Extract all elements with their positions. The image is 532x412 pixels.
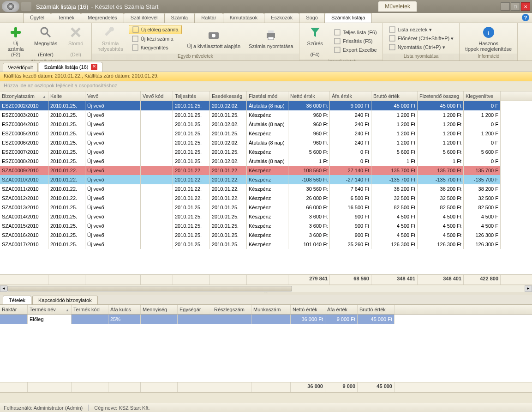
cell-fiz: Készpénz	[247, 230, 288, 240]
col-netto[interactable]: Nettó érték	[288, 91, 330, 101]
ribbon-új[interactable]: Új a kiválasztott alapján	[185, 27, 244, 50]
group-by-hint[interactable]: Húzza ide az oszlopok fejléceit a csopor…	[0, 81, 532, 91]
dcol-afak[interactable]: Áfa kulcs	[108, 305, 141, 314]
menu-tab-szállítólevél[interactable]: Szállítólevél	[124, 13, 165, 23]
scroll-thumb[interactable]	[7, 286, 292, 291]
page-tab[interactable]: Vezérlőpult	[3, 63, 38, 72]
col-afa[interactable]: Áfa érték	[330, 91, 371, 101]
close-tab-icon[interactable]: ✕	[91, 64, 97, 70]
cell-biz: ESZ00006/2010	[0, 138, 48, 147]
cell-vevo: Új vevő	[85, 129, 141, 138]
col-brutto[interactable]: Bruttó érték	[371, 91, 418, 101]
cell-kelte: 2010.01.25.	[48, 203, 85, 212]
table-row[interactable]: ESZ00004/20102010.01.25.Új vevő2010.01.2…	[0, 120, 532, 129]
dcol-tkod[interactable]: Termék kód	[72, 305, 108, 314]
menu-tab-kimutatások[interactable]: Kimutatások	[223, 13, 265, 23]
table-row[interactable]: ESZ00007/20102010.01.25.Új vevő2010.01.2…	[0, 147, 532, 157]
col-vkod[interactable]: Vevő kód	[141, 91, 173, 101]
table-row[interactable]: SZA00016/20102010.01.25.Új vevő2010.01.2…	[0, 230, 532, 240]
menu-tab-termék[interactable]: Termék	[51, 13, 81, 23]
ribbon-teljes[interactable]: Teljes lista (F6)	[331, 28, 380, 36]
h-scrollbar[interactable]: ◄ ►	[0, 285, 532, 292]
doc-icon	[132, 44, 139, 51]
dcol-egys[interactable]: Egységár	[178, 305, 212, 314]
cell-brutto: 135 700 Ft	[371, 166, 418, 175]
app-icon[interactable]	[2, 1, 19, 12]
ribbon-számla[interactable]: Számla nyomtatása	[246, 27, 296, 50]
col-kieg[interactable]: Kiegyenlítve	[464, 91, 501, 101]
minimize-button[interactable]: _	[501, 2, 510, 11]
table-row[interactable]: ESZ00008/20102010.01.25.Új vevő2010.01.2…	[0, 157, 532, 166]
col-fizo[interactable]: Fizetendő összeg	[418, 91, 464, 101]
detail-tab[interactable]: Kapcsolódó bizonylatok	[32, 296, 98, 304]
dcol-tnev[interactable]: Termék név▲	[28, 305, 72, 314]
table-row[interactable]: ESZ00002/20102010.01.25.Új vevő2010.01.2…	[0, 101, 532, 110]
table-row[interactable]: SZA00017/20102010.01.25.Új vevő2010.01.2…	[0, 240, 532, 249]
cell-kelte: 2010.01.22.	[48, 175, 85, 184]
dcol-menny[interactable]: Mennyiség	[141, 305, 178, 314]
col-vevo[interactable]: Vevő	[85, 91, 141, 101]
table-row[interactable]: SZA00015/20102010.01.25.Új vevő2010.01.2…	[0, 221, 532, 230]
svg-rect-15	[268, 37, 274, 40]
ribbon-új[interactable]: Új előleg számla	[129, 25, 182, 34]
ribbon-új[interactable]: Új kézi számla	[129, 35, 182, 43]
ribbon-új[interactable]: Újszámla (F2)	[3, 24, 29, 58]
dcol-dnetto[interactable]: Nettó érték	[291, 305, 325, 314]
menu-tab-megrendelés[interactable]: Megrendelés	[81, 13, 124, 23]
col-kelte[interactable]: Kelte	[48, 91, 85, 101]
dcol-reszl[interactable]: Részlegszám	[212, 305, 251, 314]
cell-netto: 3 600 Ft	[288, 221, 330, 230]
table-row[interactable]: SZA00013/20102010.01.25.Új vevő2010.01.2…	[0, 203, 532, 212]
cell-fizo: 1 200 Ft	[418, 120, 464, 129]
col-biz[interactable]: Bizonylatszám▲	[0, 91, 48, 101]
quick-access-dropdown[interactable]	[21, 2, 31, 11]
dcol-dafa[interactable]: Áfa érték	[325, 305, 358, 314]
col-fiz[interactable]: Fizetési mód	[247, 91, 288, 101]
menu-tab-számla[interactable]: Számla	[164, 13, 195, 23]
cell-netto: 26 000 Ft	[288, 194, 330, 203]
dcol-dbrutto[interactable]: Bruttó érték	[358, 305, 395, 314]
scroll-right-icon[interactable]: ►	[525, 285, 532, 292]
table-row[interactable]: ESZ00006/20102010.01.25.Új vevő2010.01.2…	[0, 138, 532, 147]
table-row[interactable]: ESZ00003/20102010.01.25.Új vevő2010.01.2…	[0, 110, 532, 120]
cell-fiz: Készpénz	[247, 147, 288, 157]
ribbon-megnyitás[interactable]: Megnyitás(Enter)	[31, 24, 60, 58]
scroll-left-icon[interactable]: ◄	[0, 285, 7, 292]
cell-fiz: Készpénz	[247, 184, 288, 194]
maximize-button[interactable]: □	[511, 2, 520, 11]
ribbon-kiegyenlítés[interactable]: Kiegyenlítés	[129, 43, 182, 52]
ribbon-hasznos[interactable]: iHasznostippek megjelenítése	[462, 24, 514, 53]
ribbon-export[interactable]: Export Excelbe	[331, 46, 380, 54]
cell-kieg: -135 700 F	[464, 175, 501, 184]
ribbon-nyomtatás[interactable]: Nyomtatás (Ctrl+P) ▾	[386, 43, 457, 51]
help-icon[interactable]: ?	[522, 14, 529, 21]
menu-tab-raktár[interactable]: Raktár	[194, 13, 223, 23]
detail-row[interactable]: Előleg25%36 000 Ft9 000 Ft45 000 Ft	[0, 315, 532, 324]
col-esed[interactable]: Esedékesség	[210, 91, 247, 101]
dcol-munk[interactable]: Munkaszám	[251, 305, 291, 314]
context-tab[interactable]: Műveletek	[378, 1, 417, 12]
dcol-raktar[interactable]: Raktár	[0, 305, 28, 314]
printer-icon	[263, 28, 278, 42]
page-tab[interactable]: Számlák listája (16)✕	[39, 62, 102, 72]
ribbon-lista[interactable]: Lista nézetek ▾	[386, 25, 457, 34]
menu-tab-eszközök[interactable]: Eszközök	[264, 13, 299, 23]
ribbon-szűrés[interactable]: Szűrés(F4)	[302, 24, 328, 58]
col-telj[interactable]: Teljesítés	[173, 91, 210, 101]
table-row[interactable]: ESZ00005/20102010.01.25.Új vevő2010.01.2…	[0, 129, 532, 138]
cell-kelte: 2010.01.25.	[48, 212, 85, 221]
menu-tab-súgó[interactable]: Súgó	[299, 13, 325, 23]
table-row[interactable]: SZA00010/20102010.01.22.Új vevő2010.01.2…	[0, 175, 532, 184]
close-button[interactable]: ✕	[521, 2, 530, 11]
menu-tab-számlák listája[interactable]: Számlák listája	[324, 13, 372, 23]
ribbon-frissítés[interactable]: Frissítés (F5)	[331, 37, 380, 45]
cell-esed: 2010.01.22.	[210, 175, 247, 184]
menu-tab-ügyfél[interactable]: Ügyfél	[23, 13, 51, 23]
table-row[interactable]: SZA00012/20102010.01.22.Új vevő2010.01.2…	[0, 194, 532, 203]
detail-tab[interactable]: Tételek	[3, 296, 31, 304]
table-row[interactable]: SZA00011/20102010.01.22.Új vevő2010.01.2…	[0, 184, 532, 194]
table-row[interactable]: SZA00014/20102010.01.25.Új vevő2010.01.2…	[0, 212, 532, 221]
table-row[interactable]: SZA00009/20102010.01.22.Új vevő2010.01.2…	[0, 166, 532, 175]
cell-kelte: 2010.01.25.	[48, 230, 85, 240]
ribbon-előnézet[interactable]: Előnézet (Ctrl+Shift+P) ▾	[386, 34, 457, 42]
